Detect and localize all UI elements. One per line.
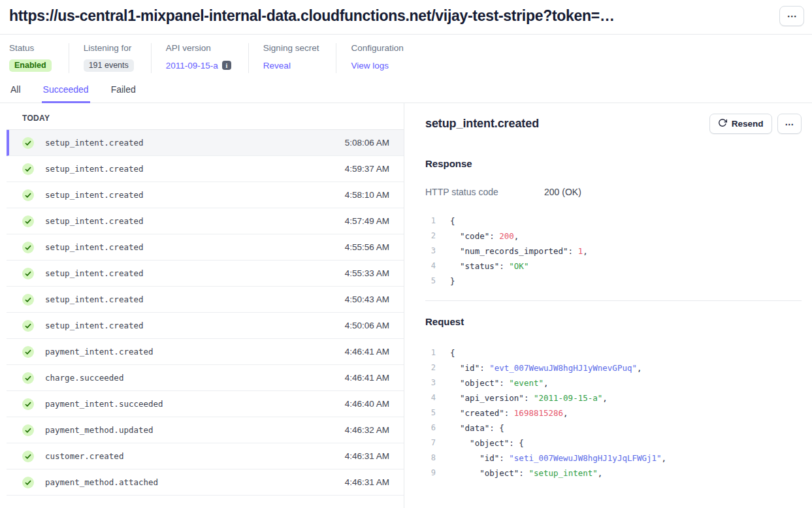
- event-time: 4:50:43 AM: [345, 294, 389, 304]
- event-row[interactable]: setup_intent.created4:55:33 AM: [7, 261, 404, 287]
- meta-value: View logs: [351, 59, 403, 72]
- tab-succeeded[interactable]: Succeeded: [42, 84, 90, 103]
- event-row[interactable]: setup_intent.created4:50:43 AM: [7, 287, 404, 313]
- tab-all[interactable]: All: [9, 84, 22, 103]
- line-number: 7: [425, 436, 436, 451]
- signing-secret-link[interactable]: Reveal: [263, 61, 291, 71]
- code-line: 2 "id": "evt_007WewuJW8hgHJ1yWnevGPuq",: [425, 360, 802, 375]
- code-text: "object": "event",: [450, 375, 549, 390]
- configuration-link[interactable]: View logs: [351, 61, 389, 71]
- meta-label: Configuration: [351, 43, 403, 53]
- line-number: 5: [425, 274, 436, 289]
- event-time: 4:46:31 AM: [345, 451, 389, 461]
- header-overflow-button[interactable]: ⋯: [779, 6, 804, 26]
- code-line: 3 "num_records_imported": 1,: [425, 244, 802, 259]
- endpoint-meta-row: StatusEnabledListening for191 eventsAPI …: [0, 35, 812, 73]
- event-row[interactable]: charge.succeeded4:46:41 AM: [7, 365, 404, 391]
- line-number: 2: [425, 360, 436, 375]
- event-row[interactable]: setup_intent.created4:50:06 AM: [7, 313, 404, 339]
- event-row[interactable]: customer.created4:46:31 AM: [7, 443, 404, 469]
- code-line: 2 "code": 200,: [425, 229, 802, 244]
- request-code-block: 1{2 "id": "evt_007WewuJW8hgHJ1yWnevGPuq"…: [425, 345, 802, 481]
- ellipsis-icon: ⋯: [787, 11, 797, 21]
- check-circle-icon: [22, 189, 34, 201]
- event-time: 4:59:37 AM: [345, 164, 389, 174]
- event-time: 4:50:06 AM: [345, 321, 389, 330]
- event-row[interactable]: setup_intent.created5:08:06 AM: [7, 130, 404, 156]
- check-circle-icon: [22, 163, 34, 175]
- http-status-row: HTTP status code 200 (OK): [425, 187, 802, 197]
- code-text: "id": "evt_007WewuJW8hgHJ1yWnevGPuq",: [450, 360, 642, 375]
- code-line: 3 "object": "event",: [425, 375, 802, 390]
- event-name: payment_method.updated: [45, 425, 154, 435]
- code-line: 4 "api_version": "2011-09-15-a",: [425, 390, 802, 405]
- meta-item-listening-for: Listening for191 events: [69, 43, 151, 73]
- event-row[interactable]: setup_intent.created4:55:56 AM: [7, 234, 404, 261]
- event-row[interactable]: setup_intent.created4:59:37 AM: [7, 156, 404, 182]
- line-number: 6: [425, 421, 436, 436]
- event-row[interactable]: payment_method.attached4:46:31 AM: [7, 469, 404, 496]
- event-list-panel: TODAY setup_intent.created5:08:06 AMsetu…: [0, 103, 404, 508]
- response-code-block: 1{2 "code": 200,3 "num_records_imported"…: [425, 214, 802, 289]
- resend-button-label: Resend: [732, 119, 764, 129]
- event-time: 4:46:41 AM: [345, 373, 389, 383]
- check-circle-icon: [22, 137, 34, 149]
- event-time: 4:55:56 AM: [345, 242, 389, 252]
- event-name: setup_intent.created: [45, 294, 144, 304]
- api-version-link[interactable]: 2011-09-15-a: [166, 61, 218, 71]
- event-row[interactable]: setup_intent.created4:58:10 AM: [7, 182, 404, 208]
- code-line: 5 "created": 1698815286,: [425, 405, 802, 421]
- event-name: payment_intent.created: [45, 347, 154, 357]
- event-time: 4:58:10 AM: [345, 190, 389, 200]
- check-circle-icon: [22, 398, 34, 410]
- meta-item-configuration: ConfigurationView logs: [336, 43, 420, 73]
- line-number: 4: [425, 390, 436, 405]
- meta-item-api-version: API version2011-09-15-ai: [151, 43, 248, 73]
- info-icon[interactable]: i: [222, 61, 231, 70]
- tab-failed[interactable]: Failed: [110, 84, 137, 103]
- code-line: 1{: [425, 214, 802, 229]
- event-name: setup_intent.created: [45, 321, 144, 330]
- response-heading: Response: [425, 158, 802, 169]
- resend-button[interactable]: Resend: [709, 114, 772, 134]
- code-text: "object": {: [450, 436, 524, 451]
- request-heading: Request: [425, 316, 802, 327]
- check-circle-icon: [22, 294, 34, 306]
- event-row[interactable]: payment_method.updated4:46:32 AM: [7, 417, 404, 443]
- event-row[interactable]: setup_intent.created4:57:49 AM: [7, 208, 404, 234]
- event-row[interactable]: payment_intent.created4:46:41 AM: [7, 339, 404, 365]
- event-name: payment_intent.succeeded: [45, 399, 163, 409]
- line-number: 3: [425, 244, 436, 259]
- code-line: 4 "status": "OK": [425, 259, 802, 274]
- check-circle-icon: [22, 477, 34, 488]
- list-group-label: TODAY: [7, 103, 404, 130]
- event-name: customer.created: [45, 451, 123, 461]
- check-circle-icon: [22, 268, 34, 279]
- meta-label: Signing secret: [263, 43, 319, 53]
- check-circle-icon: [22, 215, 34, 227]
- code-text: "data": {: [450, 421, 504, 436]
- code-text: "id": "seti_007WewuJW8hgHJ1yJqLFWGj1",: [450, 451, 666, 466]
- event-row[interactable]: payment_intent.succeeded4:46:40 AM: [7, 391, 404, 417]
- event-time: 4:46:40 AM: [345, 399, 389, 409]
- event-name: setup_intent.created: [45, 190, 144, 200]
- meta-label: API version: [166, 43, 231, 53]
- check-circle-icon: [22, 346, 34, 358]
- code-line: 1{: [425, 345, 802, 360]
- detail-overflow-button[interactable]: ⋯: [777, 114, 802, 134]
- line-number: 5: [425, 405, 436, 421]
- section-divider: [425, 300, 802, 301]
- main-split: TODAY setup_intent.created5:08:06 AMsetu…: [0, 103, 812, 508]
- check-circle-icon: [22, 372, 34, 384]
- ellipsis-icon: ⋯: [785, 119, 794, 129]
- line-number: 3: [425, 375, 436, 390]
- event-name: setup_intent.created: [45, 138, 144, 148]
- line-number: 8: [425, 451, 436, 466]
- code-text: }: [450, 274, 455, 289]
- meta-item-signing-secret: Signing secretReveal: [248, 43, 336, 73]
- code-text: {: [450, 345, 455, 360]
- code-line: 6 "data": {: [425, 421, 802, 436]
- meta-value: 191 events: [84, 59, 134, 72]
- status-badge: Enabled: [9, 59, 52, 72]
- event-name: setup_intent.created: [45, 164, 144, 174]
